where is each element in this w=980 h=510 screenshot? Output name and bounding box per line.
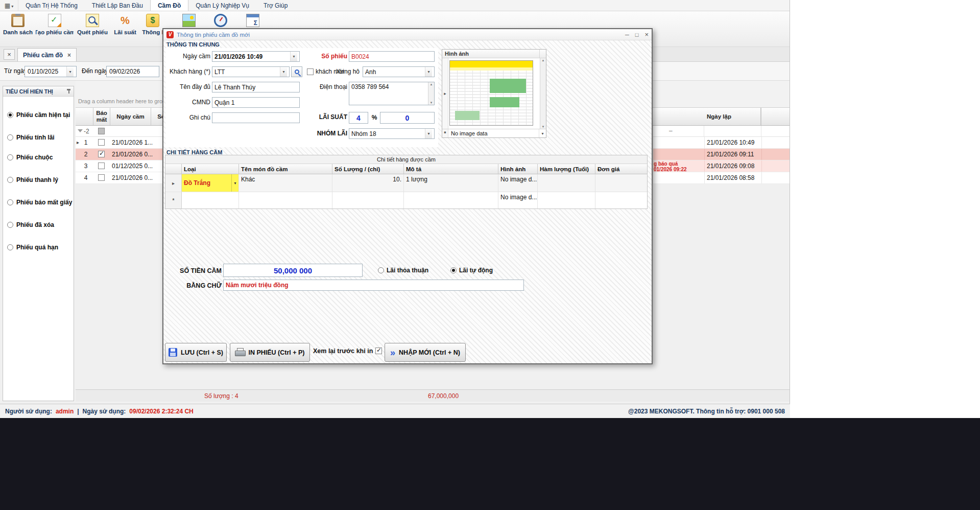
close-tab-button[interactable] (4, 49, 15, 60)
column-header-so-luong[interactable]: Số Lượng / (chỉ) (332, 164, 404, 174)
preview-before-print-checkbox[interactable] (375, 347, 382, 354)
column-header-bao-mat[interactable]: Báo mất (93, 108, 110, 125)
tab-phieu-cam-do[interactable]: Phiếu cầm đồ (17, 48, 77, 61)
menu-tab-thiet-lap-ban-dau[interactable]: Thiết Lập Ban Đầu (85, 0, 150, 11)
ghi-chu-input[interactable] (212, 112, 300, 123)
ten-mon-cell[interactable]: Khác (239, 174, 332, 192)
items-row[interactable]: ▸ Đồ Trắng Khác 10. 1 lượng No image d..… (165, 174, 647, 192)
dien-thoai-input[interactable]: 0358 789 564 (349, 82, 435, 105)
close-icon[interactable] (67, 52, 71, 59)
minimize-icon[interactable] (625, 32, 629, 38)
column-header-ngay-cam[interactable]: Ngày cầm (110, 108, 151, 125)
loai-cell[interactable] (182, 192, 239, 208)
radio-icon[interactable] (7, 154, 13, 160)
chevron-down-icon[interactable] (66, 66, 74, 77)
bao-mat-filter-checkbox[interactable] (98, 128, 105, 134)
chevron-down-icon[interactable] (425, 67, 432, 77)
chevron-down-icon[interactable] (280, 67, 287, 77)
option-phieu-da-xoa[interactable]: Phiếu đã xóa (7, 221, 54, 229)
khach-moi-checkbox[interactable] (307, 68, 314, 75)
scroll-down-icon[interactable] (542, 125, 545, 128)
lai-suat-input-2[interactable]: 0 (380, 112, 435, 124)
so-luong-cell[interactable]: 10. (332, 174, 404, 192)
column-header-ham-luong[interactable]: Hàm lượng (Tuổi) (538, 164, 595, 174)
dialog-title-bar[interactable]: V Thông tin phiếu cầm đồ mới (163, 29, 652, 40)
chevron-down-icon[interactable] (539, 129, 546, 137)
bao-mat-checkbox[interactable] (98, 139, 105, 146)
image-new-row[interactable]: No image data (442, 129, 546, 137)
column-header-ngay-lap[interactable]: Ngày lập (704, 108, 761, 125)
to-date-input[interactable]: 09/02/2026 (106, 66, 159, 77)
ham-luong-cell[interactable] (538, 174, 595, 192)
scroll-up-icon[interactable] (542, 59, 545, 62)
lai-thoa-thuan-radio[interactable] (378, 267, 384, 273)
column-header-don-gia[interactable]: Đơn giá (595, 164, 647, 174)
toolbar-report-tool[interactable] (243, 14, 263, 27)
menu-tab-quan-ly-nghiep-vu[interactable]: Quản Lý Nghiệp Vụ (188, 0, 256, 11)
chevron-down-icon[interactable] (231, 174, 238, 192)
customer-search-button[interactable] (291, 66, 302, 77)
radio-icon[interactable] (7, 134, 13, 141)
ten-day-du-input[interactable]: Lê Thanh Thúy (212, 82, 300, 92)
radio-icon[interactable] (7, 222, 13, 228)
lai-suat-input[interactable]: 4 (349, 112, 368, 124)
option-phieu-bao-mat-giay[interactable]: Phiếu báo mất giấy (7, 198, 72, 206)
save-button[interactable]: LƯU (Ctrl + S) (165, 343, 227, 362)
new-entry-button[interactable]: NHẬP MỚI (Ctrl + N) (385, 343, 466, 362)
cmnd-input[interactable]: Quận 1 (212, 97, 300, 108)
items-new-row[interactable]: * No image d... (165, 192, 647, 208)
so-luong-cell[interactable] (332, 192, 404, 208)
toolbar-thong-ke[interactable]: Thông l (142, 14, 163, 35)
column-header-hinh-anh[interactable]: Hình ảnh (498, 164, 538, 174)
bao-mat-checkbox[interactable] (98, 151, 105, 157)
from-date-input[interactable]: 01/10/2025 (25, 66, 77, 77)
radio-icon[interactable] (7, 199, 13, 205)
option-phieu-cam-hien-tai[interactable]: Phiếu cầm hiện tại (7, 111, 70, 119)
don-gia-cell[interactable] (595, 174, 647, 192)
maximize-icon[interactable] (635, 32, 639, 38)
option-phieu-thanh-ly[interactable]: Phiếu thanh lý (7, 176, 58, 184)
scrollbar[interactable] (428, 82, 434, 105)
scroll-down-icon[interactable] (430, 101, 433, 104)
so-phieu-input[interactable]: B0024 (349, 51, 435, 62)
mo-ta-cell[interactable] (404, 192, 498, 208)
toolbar-tao-phieu-cam[interactable]: Tạo phiếu cầm (36, 14, 74, 35)
image-panel-header[interactable]: Hình ảnh (442, 50, 546, 58)
option-phieu-qua-han[interactable]: Phiếu quá hạn (7, 243, 58, 251)
hinh-anh-cell[interactable]: No image d... (498, 174, 538, 192)
don-gia-cell[interactable] (595, 192, 647, 208)
radio-icon[interactable] (7, 112, 13, 118)
option-phieu-tinh-lai[interactable]: Phiếu tính lãi (7, 133, 55, 142)
toolbar-lai-suat[interactable]: Lãi suất (112, 14, 138, 35)
column-header-ten-mon[interactable]: Tên món đồ cầm (239, 164, 332, 174)
xung-ho-combo[interactable]: Anh (363, 66, 435, 77)
radio-icon[interactable] (7, 177, 13, 183)
hinh-anh-cell[interactable]: No image d... (498, 192, 538, 208)
ngay-cam-input[interactable]: 21/01/2026 10:49 (212, 51, 300, 62)
lai-tu-dong-radio[interactable] (450, 267, 457, 273)
nhom-lai-combo[interactable]: Nhóm 18 (349, 128, 435, 139)
menu-tab-tro-giup[interactable]: Trợ Giúp (256, 0, 295, 11)
option-phieu-chuoc[interactable]: Phiếu chuộc (7, 153, 53, 161)
close-icon[interactable] (644, 31, 649, 38)
radio-icon[interactable] (7, 244, 13, 250)
toolbar-gauge-tool[interactable] (211, 14, 230, 27)
pin-icon[interactable] (66, 89, 71, 94)
ten-mon-cell[interactable] (239, 192, 332, 208)
bao-mat-checkbox[interactable] (98, 163, 105, 169)
menu-tab-quan-tri-he-thong[interactable]: Quản Trị Hệ Thống (18, 0, 85, 11)
print-button[interactable]: IN PHIẾU (Ctrl + P) (230, 343, 310, 362)
column-header-loai[interactable]: Loại (182, 164, 239, 174)
bang-chu-input[interactable]: Năm mươi triệu đồng (223, 280, 524, 291)
toolbar-quet-phieu[interactable]: Quét phiếu (77, 14, 108, 35)
column-header-mo-ta[interactable]: Mô tả (404, 164, 498, 174)
chevron-down-icon[interactable] (425, 129, 432, 138)
ham-luong-cell[interactable] (538, 192, 595, 208)
so-tien-cam-input[interactable]: 50,000 000 (223, 264, 363, 277)
mo-ta-cell[interactable]: 1 lượng (404, 174, 498, 192)
toolbar-danh-sach[interactable]: Danh sách (3, 14, 33, 35)
toolbar-image-tool[interactable] (180, 14, 198, 27)
chevron-down-icon[interactable] (290, 52, 297, 61)
menu-tab-cam-do[interactable]: Cầm Đồ (150, 0, 188, 11)
bao-mat-checkbox[interactable] (98, 174, 105, 181)
